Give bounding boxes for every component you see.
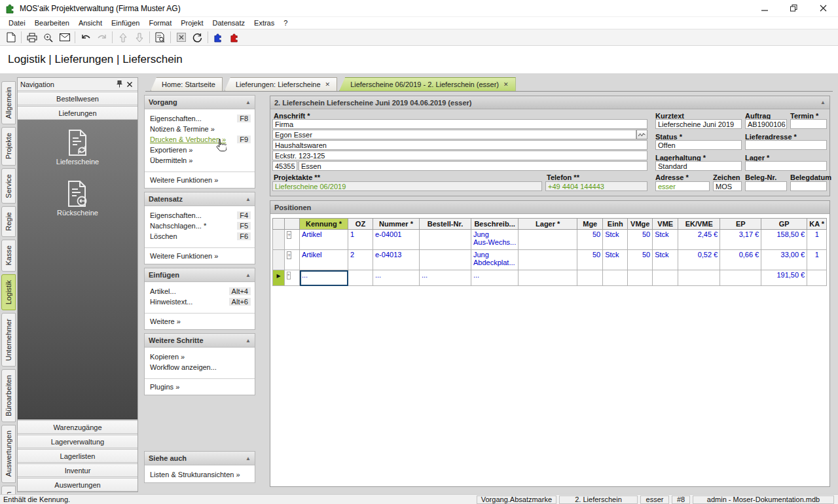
section-header[interactable]: Vorgang▲ — [145, 96, 255, 109]
row-expand[interactable] — [285, 250, 300, 270]
collapse-icon[interactable]: ▲ — [246, 196, 251, 202]
lager-field[interactable] — [745, 161, 827, 171]
col-ka[interactable]: KA * — [807, 219, 827, 230]
form-panel-header[interactable]: 2. Lieferschein Lieferscheine Juni 2019 … — [270, 96, 829, 109]
col-bestell-nr[interactable]: Bestell-Nr. — [420, 219, 471, 230]
cell-ka[interactable] — [807, 270, 827, 286]
cell-vme[interactable] — [653, 270, 678, 286]
nav-group-lieferungen[interactable]: Lieferungen — [18, 106, 137, 120]
cell-nummer[interactable]: e-04001 — [373, 230, 420, 250]
menu-extras[interactable]: Extras — [249, 18, 279, 28]
col-beschreibung[interactable]: Beschreib... — [471, 219, 519, 230]
move-down-icon[interactable] — [131, 30, 147, 45]
anschrift-name-field[interactable]: Egon Esser — [272, 130, 636, 139]
print-preview-icon[interactable] — [40, 30, 56, 45]
expand-icon[interactable] — [287, 231, 291, 239]
action-plugins[interactable]: Plugins » — [150, 383, 179, 391]
auftrag-field[interactable]: AB1900106 — [745, 119, 787, 129]
move-up-icon[interactable] — [115, 30, 131, 45]
menu-bearbeiten[interactable]: Bearbeiten — [30, 18, 74, 28]
module-tab-kasse[interactable]: Kasse — [1, 240, 16, 272]
cell-lager[interactable] — [519, 230, 577, 250]
module-tab-auswertungen[interactable]: Auswertungen — [1, 425, 16, 482]
action-loeschen[interactable]: Löschen — [150, 232, 177, 240]
nav-group-auswertungen[interactable]: Auswertungen — [18, 478, 137, 492]
cell-nummer[interactable]: e-04013 — [373, 250, 420, 270]
termin-field[interactable] — [790, 119, 827, 129]
tab-home-startseite[interactable]: Home: Startseite — [151, 77, 223, 91]
col-ek-vme[interactable]: EK/VME — [678, 219, 720, 230]
action-weitere-einfuegen[interactable]: Weitere » — [150, 317, 181, 325]
action-uebermitteln[interactable]: Übermitteln » — [150, 156, 192, 164]
collapse-icon[interactable]: ▲ — [246, 99, 251, 105]
tab-close-icon[interactable] — [503, 81, 509, 88]
action-artikel[interactable]: Artikel... — [150, 287, 176, 295]
new-document-icon[interactable] — [3, 30, 19, 45]
cell-oz[interactable]: 1 — [348, 230, 373, 250]
module-tab-bueroarbeiten[interactable]: Büroarbeiten — [1, 369, 16, 422]
tab-lieferungen-lieferscheine[interactable]: Lieferungen: Lieferscheine — [225, 77, 337, 91]
nav-shortcut-lieferscheine[interactable]: Lieferscheine — [56, 129, 99, 166]
action-kopieren[interactable]: Kopieren » — [150, 353, 185, 361]
anschrift-ort-field[interactable]: Essen — [299, 161, 647, 171]
module-tab-projekte[interactable]: Projekte — [1, 127, 16, 165]
plugin-red-icon[interactable] — [227, 30, 243, 45]
cell-vme[interactable]: Stck — [653, 250, 678, 270]
cell-beschreibung[interactable]: JungAbdeckplat... — [471, 250, 519, 270]
menu-projekt[interactable]: Projekt — [176, 18, 208, 28]
cell-beschreibung[interactable]: ... — [471, 270, 519, 286]
section-header[interactable]: Einfügen▲ — [145, 268, 255, 282]
cell-bestell-nr[interactable] — [420, 230, 471, 250]
collapse-icon[interactable]: ▲ — [246, 272, 251, 278]
cell-ek-vme[interactable] — [678, 270, 720, 286]
collapse-icon[interactable]: ▲ — [820, 99, 826, 105]
close-icon[interactable] — [124, 79, 135, 90]
action-hinweistext[interactable]: Hinweistext... — [150, 298, 192, 306]
section-header[interactable]: Weitere Schritte▲ — [145, 334, 255, 348]
collapse-icon[interactable]: ▲ — [246, 456, 251, 461]
action-exportieren[interactable]: Exportieren » — [150, 146, 192, 154]
cell-gp[interactable]: 33,00 € — [761, 250, 807, 270]
tab-close-icon[interactable] — [325, 81, 331, 88]
row-expand[interactable] — [285, 230, 300, 250]
email-icon[interactable] — [56, 30, 73, 45]
cell-einh[interactable]: Stck — [603, 250, 628, 270]
action-eigenschaften-vorgang[interactable]: Eigenschaften... — [150, 115, 202, 122]
abort-icon[interactable] — [173, 30, 189, 45]
anschrift-plz-field[interactable]: 45355 — [272, 161, 297, 171]
nav-group-bestellwesen[interactable]: Bestellwesen — [18, 92, 137, 105]
telefon-field[interactable]: +49 4404 144443 — [545, 181, 647, 191]
cell-bestell-nr[interactable]: ... — [420, 270, 471, 286]
menu-datensatz[interactable]: Datensatz — [208, 18, 250, 28]
col-kennung[interactable]: Kennung * — [300, 219, 348, 230]
status-field[interactable]: Offen — [655, 140, 742, 150]
col-mge[interactable]: Mge — [577, 219, 603, 230]
cell-ek-vme[interactable]: 0,52 € — [678, 250, 720, 270]
address-lookup-button[interactable] — [636, 130, 647, 139]
cell-mge[interactable]: 50 — [577, 250, 603, 270]
action-notizen-termine[interactable]: Notizen & Termine » — [150, 125, 215, 133]
close-button[interactable] — [809, 0, 838, 16]
anschrift-firma-field[interactable]: Firma — [272, 119, 647, 129]
cell-vmge[interactable]: 50 — [628, 250, 653, 270]
current-row-marker[interactable] — [273, 270, 285, 286]
projektakte-field[interactable]: Lieferscheine 06/2019 — [272, 181, 542, 191]
kurztext-field[interactable]: Lieferscheine Juni 2019 — [655, 119, 742, 129]
action-listen-strukturansichten[interactable]: Listen & Strukturansichten » — [150, 471, 240, 478]
cell-mge[interactable]: 50 — [577, 230, 603, 250]
cell-einh[interactable]: Stck — [603, 230, 628, 250]
col-gp[interactable]: GP — [761, 219, 807, 230]
cell-nummer[interactable]: ... — [373, 270, 420, 286]
cell-mge[interactable] — [577, 270, 603, 286]
cell-oz[interactable] — [348, 270, 373, 286]
col-ep[interactable]: EP — [720, 219, 761, 230]
cell-kennung[interactable]: Artikel — [300, 250, 348, 270]
action-weitere-funktionen-datensatz[interactable]: Weitere Funktionen » — [150, 252, 218, 260]
cell-ep[interactable]: 0,66 € — [720, 250, 761, 270]
action-drucken-verbuchen[interactable]: Drucken & Verbuchen » — [150, 135, 226, 143]
cell-beschreibung[interactable]: JungAus-Wechs... — [471, 230, 519, 250]
menu-hilfe[interactable]: ? — [279, 18, 292, 28]
action-eigenschaften-datensatz[interactable]: Eigenschaften... — [150, 211, 202, 219]
anschrift-strasse-field[interactable]: Eckstr. 123-125 — [272, 151, 647, 160]
positionen-panel-header[interactable]: Positionen — [270, 201, 829, 214]
